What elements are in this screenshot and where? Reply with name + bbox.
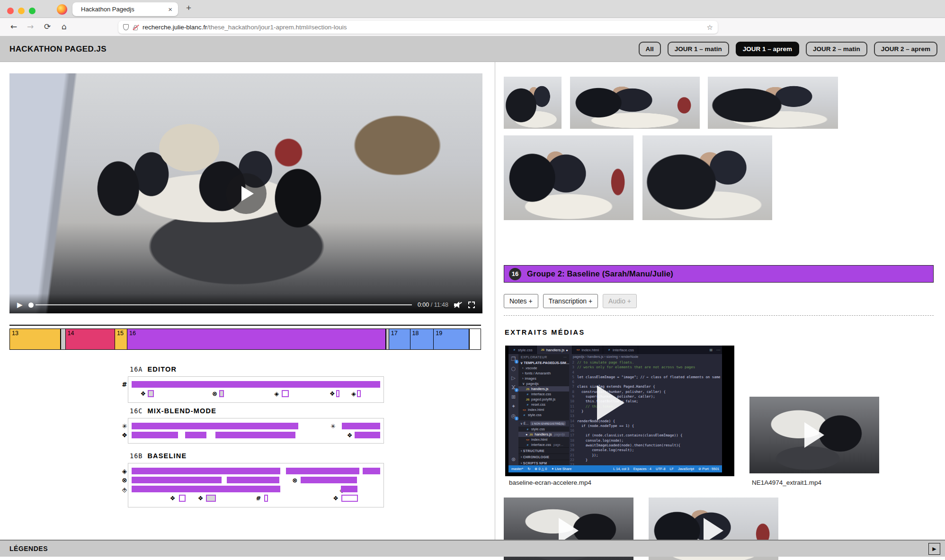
video-progress-track[interactable] bbox=[36, 304, 412, 305]
action-button-transcription[interactable]: Transcription + bbox=[543, 294, 598, 308]
vscode-sidebar: EXPLORATEUR⋯∨ TEMPLATE-PAGEDJS-SIM…›.vsc… bbox=[518, 354, 569, 465]
run-icon: ▷ bbox=[510, 375, 517, 381]
timeline-segment-13[interactable]: 13 bbox=[9, 329, 61, 350]
tracking-protection-shield-icon[interactable] bbox=[123, 24, 129, 30]
diamonds-icon: ❖ bbox=[330, 390, 335, 397]
main-video-player[interactable]: ▶ 0:00 / 11:48 bbox=[9, 73, 482, 313]
section-heading: 16BBASELINE bbox=[121, 452, 386, 460]
hash-icon: # bbox=[120, 381, 129, 388]
tree-item-handlers.js: JShandlers.js bbox=[518, 386, 569, 391]
timeline-segment-14[interactable]: 14 bbox=[66, 329, 116, 350]
annotation-bar bbox=[363, 468, 380, 474]
video-thumbnail[interactable] bbox=[749, 397, 879, 473]
section-title: BASELINE bbox=[147, 452, 187, 460]
filter-button-jour-2-matin[interactable]: JOUR 2 – matin bbox=[806, 42, 867, 56]
section-title: MIX-BLEND-MODE bbox=[147, 407, 216, 415]
vscode-tab-bar: #style.cssJShandlers.js●<>index.html#int… bbox=[508, 346, 722, 354]
back-button[interactable]: ← bbox=[10, 22, 17, 31]
annotation-section-16c: 16CMIX-BLEND-MODE✳✳❖❖ bbox=[121, 407, 386, 444]
annotation-marker-box bbox=[219, 390, 224, 397]
annotation-row: ❖❖#❖ bbox=[132, 495, 380, 503]
video-play-overlay-button[interactable] bbox=[226, 173, 267, 214]
column-divider bbox=[495, 62, 495, 540]
timeline-segment-18[interactable]: 18 bbox=[410, 329, 434, 350]
browser-tab[interactable]: Hackathon Pagedjs × bbox=[72, 2, 178, 16]
new-tab-button[interactable]: + bbox=[186, 3, 191, 13]
tab-close-icon[interactable]: × bbox=[168, 5, 172, 13]
annotation-bar bbox=[215, 432, 296, 438]
diamonds-icon: ❖ bbox=[120, 431, 129, 439]
page-title: HACKATHON PAGED.JS bbox=[9, 44, 107, 54]
timeline-segment-19[interactable]: 19 bbox=[434, 329, 469, 350]
annotation-row: ❖⊗◈❖◈ bbox=[132, 390, 380, 398]
video-thumbnail-screen-recording[interactable]: #style.cssJShandlers.js●<>index.html#int… bbox=[505, 346, 734, 476]
forward-button[interactable]: → bbox=[27, 22, 34, 31]
source-control-icon: Ϫ2 bbox=[510, 384, 517, 391]
filter-button-jour-2-aprem[interactable]: JOUR 2 – aprem bbox=[874, 42, 937, 56]
filter-button-all[interactable]: All bbox=[639, 42, 661, 56]
legend-expand-button[interactable]: ▶ bbox=[928, 543, 940, 555]
photo-thumbnail bbox=[708, 77, 838, 129]
section-code: 16C bbox=[130, 407, 143, 415]
timeline-segment-gap bbox=[469, 329, 481, 350]
timeline-segment-17[interactable]: 17 bbox=[389, 329, 410, 350]
explorer-icon: ❐1 bbox=[510, 356, 517, 362]
group-section-header: 16 Groupe 2: Baseline (Sarah/Manu/Julie) bbox=[504, 265, 934, 283]
timeline-segment-16[interactable]: 16 bbox=[127, 329, 386, 350]
bookmark-star-icon[interactable]: ☆ bbox=[707, 23, 713, 32]
timeline-segment-gap bbox=[61, 329, 66, 350]
annotation-bar bbox=[132, 486, 280, 492]
section-track-box: ◈⊗⊗◇+◇+❖❖#❖ bbox=[128, 463, 384, 507]
tree-item-paged.polyfill.js: JSpaged.polyfill.js bbox=[518, 397, 569, 402]
media-caption: NE1A4974_extrait1.mp4 bbox=[752, 479, 821, 486]
video-progress-handle[interactable] bbox=[28, 302, 34, 308]
remote-icon: ✦ bbox=[510, 403, 517, 409]
play-icon bbox=[241, 186, 254, 201]
vscode-tab-style.css: #style.css bbox=[508, 346, 537, 354]
annotation-marker-box bbox=[341, 495, 358, 502]
window-minimize-button[interactable] bbox=[18, 8, 25, 14]
open-editor-handlers.js: ●JShandlers.jspagedjs bbox=[518, 432, 569, 437]
settings-gear-icon: ⊛ bbox=[510, 456, 517, 462]
window-maximize-button[interactable] bbox=[29, 8, 36, 14]
address-bar[interactable]: recherche.julie-blanc.fr/these_hackathon… bbox=[118, 21, 718, 34]
section-code: 16B bbox=[130, 452, 143, 460]
timeline-segment-15[interactable]: 15 bbox=[115, 329, 127, 350]
vscode-tab-handlers.js: JShandlers.js● bbox=[537, 346, 572, 354]
muted-speaker-icon[interactable] bbox=[454, 302, 463, 308]
filter-button-jour-1-matin[interactable]: JOUR 1 – matin bbox=[668, 42, 729, 56]
vscode-activity-bar: ❐1○▷Ϫ2⊞✦◎1⊛ bbox=[508, 354, 518, 465]
home-button[interactable]: ⌂ bbox=[62, 22, 67, 31]
group-title: Groupe 2: Baseline (Sarah/Manu/Julie) bbox=[527, 269, 673, 278]
action-button-notes[interactable]: Notes + bbox=[504, 294, 538, 308]
window-close-button[interactable] bbox=[7, 8, 14, 14]
open-editor-style.css: #style.css bbox=[518, 427, 569, 432]
annotation-bar bbox=[342, 423, 380, 429]
legend-label: LÉGENDES bbox=[9, 545, 48, 552]
half-diamond-icon: ◈ bbox=[351, 390, 356, 397]
timeline-segment-gap bbox=[386, 329, 389, 350]
reload-button[interactable]: ⟳ bbox=[44, 22, 51, 31]
asterisk-icon: ✳ bbox=[330, 423, 336, 430]
section-heading: 16CMIX-BLEND-MODE bbox=[121, 407, 386, 415]
diamonds-icon: ❖ bbox=[198, 495, 204, 502]
annotation-section-16a: 16AEDITOR#❖⊗◈❖◈ bbox=[121, 365, 386, 403]
vscode-code-editor: 2// to simulate page floats.3// works on… bbox=[569, 360, 722, 465]
sidebar-panel--structure: › STRUCTURE bbox=[518, 447, 569, 453]
page-header: HACKATHON PAGED.JS AllJOUR 1 – matinJOUR… bbox=[0, 36, 945, 62]
url-domain: recherche.julie-blanc.fr bbox=[143, 24, 207, 31]
fullscreen-icon[interactable] bbox=[468, 302, 475, 308]
photo-thumbnail bbox=[504, 135, 633, 220]
open-editors-header: ∨ É…1 NON ENREGISTRÉ(S) bbox=[518, 420, 569, 427]
timeline-segment-label: 15 bbox=[117, 330, 124, 337]
annotation-marker-box bbox=[148, 390, 154, 397]
url-path: /these_hackathon/jour1-aprem.html#sectio… bbox=[207, 24, 347, 31]
annotation-marker-box bbox=[206, 495, 216, 502]
photo-thumbnail bbox=[570, 77, 700, 129]
insecure-lock-icon[interactable] bbox=[133, 24, 139, 31]
video-play-button[interactable]: ▶ bbox=[17, 301, 23, 309]
annotation-bar bbox=[132, 432, 178, 438]
annotation-marker-box bbox=[179, 495, 186, 502]
filter-button-jour-1-aprem[interactable]: JOUR 1 – aprem bbox=[736, 42, 799, 56]
half-diamond-icon: ◈ bbox=[274, 390, 279, 397]
